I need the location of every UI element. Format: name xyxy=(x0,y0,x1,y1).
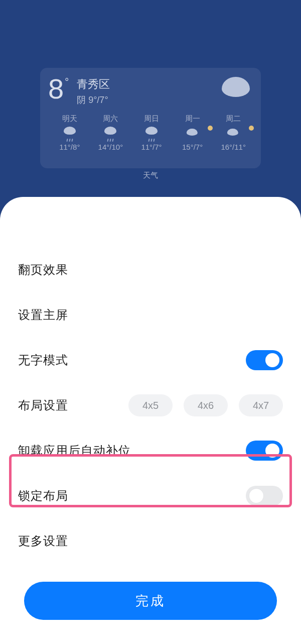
rain-icon xyxy=(131,127,172,140)
set-home-label: 设置主屏 xyxy=(18,307,68,323)
forecast-day: 周日 11°/7° xyxy=(131,114,172,151)
condition-line: 阴 9°/7° xyxy=(77,94,110,106)
forecast-day: 周二 16°/11° xyxy=(213,114,254,151)
lock-layout-toggle[interactable] xyxy=(246,486,283,506)
partly-cloudy-icon xyxy=(213,127,254,140)
more-settings-label: 更多设置 xyxy=(18,533,68,549)
no-text-mode-toggle[interactable] xyxy=(246,350,283,370)
forecast-temp: 11°/8° xyxy=(49,143,90,151)
temp-value: 8 xyxy=(48,73,64,104)
layout-options: 4x5 4x6 4x7 xyxy=(128,394,283,416)
current-temperature: 8° xyxy=(48,75,68,103)
layout-option-4x5[interactable]: 4x5 xyxy=(128,394,173,416)
rain-icon xyxy=(49,127,90,140)
layout-option-4x6[interactable]: 4x6 xyxy=(184,394,228,416)
page-transition-label: 翻页效果 xyxy=(18,262,68,278)
forecast-day-label: 周六 xyxy=(90,114,131,124)
forecast-day-label: 周日 xyxy=(131,114,172,124)
forecast-day: 明天 11°/8° xyxy=(49,114,90,151)
widget-label: 天气 xyxy=(143,171,158,180)
weather-current: 8° 青秀区 阴 9°/7° xyxy=(48,75,255,106)
settings-sheet: 翻页效果 设置主屏 无字模式 布局设置 4x5 4x6 4x7 卸载应用后自动补… xyxy=(0,197,301,644)
layout-option-4x7[interactable]: 4x7 xyxy=(239,394,283,416)
cloud-icon xyxy=(222,75,250,97)
auto-fill-row: 卸载应用后自动补位 xyxy=(18,428,283,473)
forecast-row: 明天 11°/8° 周六 14°/10° 周日 11°/7° 周一 xyxy=(48,114,255,151)
forecast-temp: 11°/7° xyxy=(131,143,172,151)
auto-fill-toggle[interactable] xyxy=(246,441,283,461)
set-home-row[interactable]: 设置主屏 xyxy=(18,292,283,338)
partly-cloudy-icon xyxy=(172,127,213,140)
layout-settings-row: 布局设置 4x5 4x6 4x7 xyxy=(18,383,283,428)
lock-layout-row: 锁定布局 xyxy=(18,473,283,518)
page-transition-row[interactable]: 翻页效果 xyxy=(18,247,283,292)
done-button[interactable]: 完成 xyxy=(24,582,277,620)
location-name: 青秀区 xyxy=(77,77,110,92)
rain-icon xyxy=(90,127,131,140)
location-block: 青秀区 阴 9°/7° xyxy=(77,77,110,106)
lock-layout-label: 锁定布局 xyxy=(18,488,68,504)
layout-settings-label: 布局设置 xyxy=(18,397,68,413)
no-text-mode-row: 无字模式 xyxy=(18,338,283,383)
forecast-day: 周一 15°/7° xyxy=(172,114,213,151)
done-button-label: 完成 xyxy=(135,592,166,610)
degree-symbol: ° xyxy=(65,76,69,87)
forecast-day-label: 明天 xyxy=(49,114,90,124)
forecast-temp: 16°/11° xyxy=(213,143,254,151)
auto-fill-label: 卸载应用后自动补位 xyxy=(18,443,131,459)
forecast-day: 周六 14°/10° xyxy=(90,114,131,151)
more-settings-row[interactable]: 更多设置 xyxy=(18,518,283,564)
forecast-temp: 15°/7° xyxy=(172,143,213,151)
forecast-temp: 14°/10° xyxy=(90,143,131,151)
no-text-mode-label: 无字模式 xyxy=(18,352,68,368)
weather-widget[interactable]: 8° 青秀区 阴 9°/7° 明天 11°/8° 周六 14°/10° xyxy=(40,68,261,168)
forecast-day-label: 周一 xyxy=(172,114,213,124)
forecast-day-label: 周二 xyxy=(213,114,254,124)
